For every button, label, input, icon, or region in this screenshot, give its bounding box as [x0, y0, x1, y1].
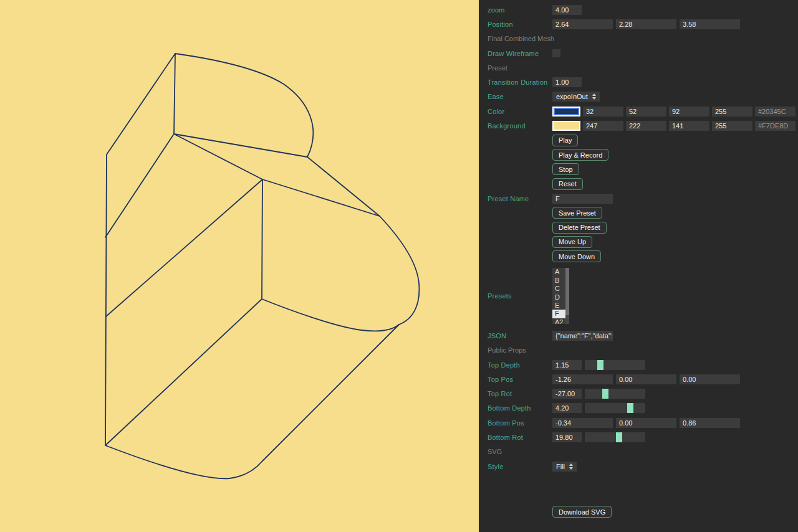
top-pos-y-input[interactable] — [616, 374, 676, 384]
top-depth-input[interactable] — [552, 360, 582, 370]
zoom-input[interactable] — [552, 5, 582, 15]
viewport-canvas[interactable] — [0, 0, 479, 532]
row-public-props-header: Public Props — [479, 343, 798, 358]
row-json: JSON — [479, 328, 798, 343]
updown-arrows-icon — [569, 463, 573, 470]
style-select-value: Fill — [556, 463, 565, 470]
background-g-input[interactable] — [626, 121, 666, 131]
row-move-down: Move Down — [479, 249, 798, 264]
background-label: Background — [488, 122, 552, 130]
bottom-pos-x-input[interactable] — [552, 418, 613, 428]
transition-duration-label: Transition Duration — [488, 78, 552, 86]
bottom-pos-label: Bottom Pos — [488, 419, 552, 427]
row-play: Play — [479, 133, 798, 148]
bottom-pos-z-input[interactable] — [680, 418, 740, 428]
svg-header: SVG — [488, 448, 502, 455]
top-rot-input[interactable] — [552, 389, 582, 399]
control-panel: zoom Position Final Combined Mesh Draw W… — [479, 0, 798, 532]
background-swatch[interactable] — [552, 121, 580, 131]
zoom-label: zoom — [488, 6, 552, 14]
bottom-depth-slider[interactable] — [585, 403, 645, 413]
color-label: Color — [488, 108, 552, 115]
style-select[interactable]: Fill — [552, 462, 577, 472]
row-top-depth: Top Depth — [479, 358, 798, 372]
color-r-input[interactable] — [583, 107, 623, 116]
top-rot-slider[interactable] — [585, 389, 645, 399]
row-background: Background — [479, 118, 798, 133]
position-x-input[interactable] — [552, 19, 613, 29]
row-presets: Presets ABCDEFA2 — [479, 264, 798, 325]
row-preset-name: Preset Name — [479, 191, 798, 206]
top-rot-slider-handle[interactable] — [602, 389, 608, 399]
color-a-input[interactable] — [712, 107, 752, 116]
row-preset-header: Preset — [479, 60, 798, 75]
row-delete-preset: Delete Preset — [479, 220, 798, 234]
bottom-depth-input[interactable] — [552, 403, 582, 413]
move-up-button[interactable]: Move Up — [552, 236, 592, 248]
background-a-input[interactable] — [712, 121, 752, 131]
color-hex-input[interactable] — [755, 107, 796, 116]
top-depth-slider-handle[interactable] — [597, 360, 603, 370]
json-input[interactable] — [552, 331, 613, 341]
delete-preset-button[interactable]: Delete Preset — [552, 222, 607, 234]
presets-listbox[interactable]: ABCDEFA2 — [552, 268, 569, 324]
row-download-svg: Download SVG — [479, 505, 798, 519]
ease-label: Ease — [488, 93, 552, 100]
download-svg-button[interactable]: Download SVG — [552, 506, 612, 518]
play-and-record-button[interactable]: Play & Record — [552, 149, 608, 161]
bottom-depth-label: Bottom Depth — [488, 404, 552, 412]
color-b-input[interactable] — [669, 107, 709, 116]
row-top-rot: Top Rot — [479, 387, 798, 401]
public-props-header: Public Props — [488, 346, 526, 354]
reset-button[interactable]: Reset — [552, 178, 583, 190]
top-rot-label: Top Rot — [488, 390, 552, 397]
presets-scrollbar-track[interactable] — [565, 268, 569, 324]
ease-select[interactable]: expoInOut — [552, 92, 600, 102]
move-down-button[interactable]: Move Down — [552, 250, 601, 262]
background-r-input[interactable] — [583, 121, 623, 131]
preset-header: Preset — [488, 64, 507, 72]
bottom-rot-input[interactable] — [552, 432, 582, 442]
transition-duration-input[interactable] — [552, 77, 582, 87]
row-play-record: Play & Record — [479, 148, 798, 162]
row-save-preset: Save Preset — [479, 206, 798, 220]
style-label: Style — [488, 463, 552, 470]
row-bottom-pos: Bottom Pos — [479, 416, 798, 430]
ease-select-value: expoInOut — [556, 93, 588, 100]
bottom-rot-slider-handle[interactable] — [616, 432, 622, 442]
top-pos-x-input[interactable] — [552, 374, 613, 384]
row-stop: Stop — [479, 162, 798, 176]
final-combined-mesh-header: Final Combined Mesh — [488, 35, 554, 42]
background-b-input[interactable] — [669, 121, 709, 131]
row-ease: Ease expoInOut — [479, 90, 798, 104]
row-top-pos: Top Pos — [479, 372, 798, 386]
row-svg-header: SVG — [479, 445, 798, 459]
play-button[interactable]: Play — [552, 135, 578, 146]
top-depth-slider[interactable] — [585, 360, 645, 370]
color-g-input[interactable] — [626, 107, 666, 116]
row-style: Style Fill — [479, 459, 798, 473]
top-pos-z-input[interactable] — [680, 374, 740, 384]
background-hex-input[interactable] — [755, 121, 796, 131]
row-reset: Reset — [479, 177, 798, 191]
row-color: Color — [479, 104, 798, 118]
stop-button[interactable]: Stop — [552, 163, 579, 175]
position-z-input[interactable] — [680, 19, 740, 29]
preset-name-input[interactable] — [552, 194, 613, 204]
row-bottom-depth: Bottom Depth — [479, 401, 798, 416]
bottom-rot-label: Bottom Rot — [488, 434, 552, 441]
row-draw-wireframe: Draw Wireframe — [479, 46, 798, 60]
bottom-depth-slider-handle[interactable] — [627, 403, 633, 413]
row-zoom: zoom — [479, 2, 798, 17]
draw-wireframe-checkbox[interactable] — [552, 49, 560, 57]
bottom-pos-y-input[interactable] — [616, 418, 676, 428]
canvas-background — [0, 0, 479, 532]
row-transition-duration: Transition Duration — [479, 75, 798, 89]
bottom-rot-slider[interactable] — [585, 432, 645, 442]
position-y-input[interactable] — [616, 19, 676, 29]
row-bottom-rot: Bottom Rot — [479, 430, 798, 444]
presets-scrollbar-thumb[interactable] — [565, 268, 569, 315]
top-depth-label: Top Depth — [488, 361, 552, 369]
save-preset-button[interactable]: Save Preset — [552, 207, 602, 219]
color-swatch[interactable] — [552, 107, 580, 116]
